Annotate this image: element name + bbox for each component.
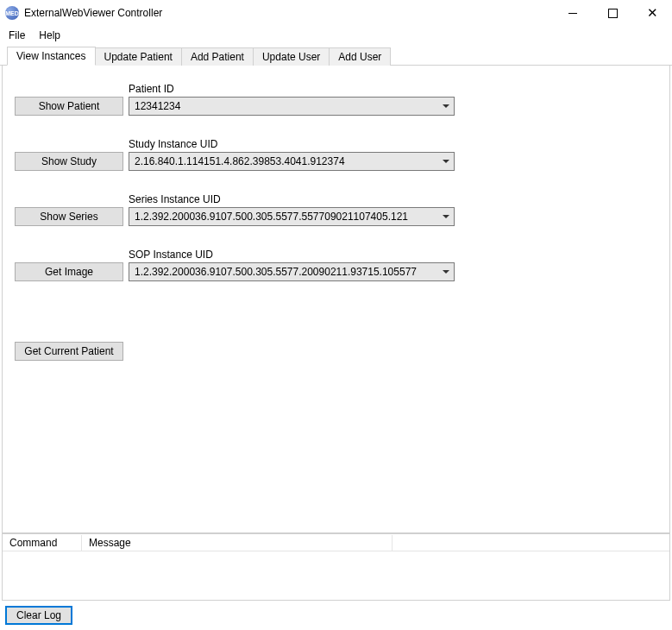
chevron-down-icon bbox=[438, 160, 454, 163]
patient-id-value: 12341234 bbox=[129, 100, 438, 112]
clear-log-button[interactable]: Clear Log bbox=[5, 606, 72, 625]
row-series: Show Series Series Instance UID 1.2.392.… bbox=[15, 193, 657, 226]
row-study: Show Study Study Instance UID 2.16.840.1… bbox=[15, 138, 657, 171]
sop-uid-label: SOP Instance UID bbox=[129, 249, 455, 261]
log-col-message[interactable]: Message bbox=[82, 535, 393, 551]
tab-content: Show Patient Patient ID 12341234 Show St… bbox=[2, 66, 670, 533]
series-uid-label: Series Instance UID bbox=[129, 193, 455, 205]
series-uid-value: 1.2.392.200036.9107.500.305.5577.5577090… bbox=[129, 211, 438, 223]
get-current-patient-button[interactable]: Get Current Patient bbox=[15, 342, 123, 361]
get-image-button[interactable]: Get Image bbox=[15, 262, 123, 281]
study-uid-label: Study Instance UID bbox=[129, 138, 455, 150]
log-header: Command Message bbox=[3, 534, 669, 551]
menubar: File Help bbox=[0, 26, 672, 47]
show-study-button[interactable]: Show Study bbox=[15, 152, 123, 171]
chevron-down-icon bbox=[438, 270, 454, 274]
sop-uid-value: 1.2.392.200036.9107.500.305.5577.2009021… bbox=[129, 266, 438, 278]
log-col-command[interactable]: Command bbox=[3, 535, 82, 551]
patient-id-label: Patient ID bbox=[129, 83, 455, 95]
study-uid-combo[interactable]: 2.16.840.1.114151.4.862.39853.4041.91237… bbox=[129, 152, 455, 171]
tabstrip: View Instances Update Patient Add Patien… bbox=[0, 47, 672, 66]
menu-help[interactable]: Help bbox=[34, 28, 66, 43]
series-uid-combo[interactable]: 1.2.392.200036.9107.500.305.5577.5577090… bbox=[129, 207, 455, 226]
show-series-button[interactable]: Show Series bbox=[15, 207, 123, 226]
row-sop: Get Image SOP Instance UID 1.2.392.20003… bbox=[15, 249, 657, 281]
maximize-button[interactable] bbox=[593, 0, 632, 26]
tab-update-user[interactable]: Update User bbox=[253, 47, 330, 66]
log-panel: Command Message bbox=[2, 533, 670, 601]
app-icon: MED bbox=[5, 6, 19, 20]
log-body bbox=[3, 551, 669, 600]
row-patient: Show Patient Patient ID 12341234 bbox=[15, 83, 657, 116]
patient-id-combo[interactable]: 12341234 bbox=[129, 97, 455, 116]
study-uid-value: 2.16.840.1.114151.4.862.39853.4041.91237… bbox=[129, 155, 438, 167]
tab-view-instances[interactable]: View Instances bbox=[7, 47, 96, 66]
minimize-button[interactable] bbox=[553, 0, 593, 26]
window-title: ExternalWebViewer Controller bbox=[24, 7, 162, 19]
tab-add-user[interactable]: Add User bbox=[329, 47, 391, 66]
close-button[interactable]: ✕ bbox=[632, 0, 672, 26]
chevron-down-icon bbox=[438, 215, 454, 218]
show-patient-button[interactable]: Show Patient bbox=[15, 97, 123, 116]
chevron-down-icon bbox=[438, 104, 454, 108]
footer: Clear Log bbox=[0, 602, 672, 630]
titlebar: MED ExternalWebViewer Controller ✕ bbox=[0, 0, 672, 26]
menu-file[interactable]: File bbox=[3, 28, 30, 43]
tab-add-patient[interactable]: Add Patient bbox=[181, 47, 254, 66]
tab-update-patient[interactable]: Update Patient bbox=[95, 47, 182, 66]
sop-uid-combo[interactable]: 1.2.392.200036.9107.500.305.5577.2009021… bbox=[129, 262, 455, 281]
